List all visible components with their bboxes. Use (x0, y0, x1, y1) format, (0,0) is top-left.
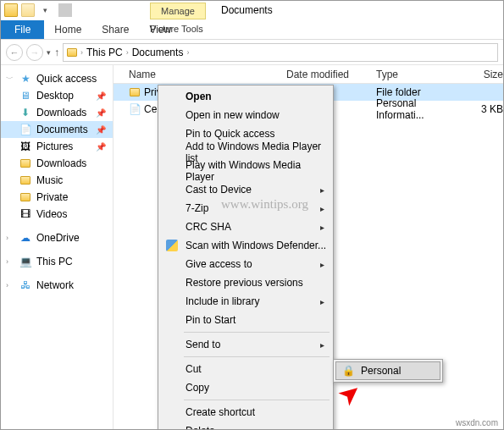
forward-button[interactable]: → (26, 44, 43, 61)
chevron-right-icon: › (186, 48, 189, 57)
ctx-create-shortcut[interactable]: Create shortcut (160, 403, 331, 422)
navigation-pane: ﹀★Quick access 🖥Desktop📌 ⬇Downloads📌 📄Do… (1, 65, 114, 429)
sidebar-label: Network (36, 279, 74, 291)
sidebar-item-music[interactable]: Music (1, 172, 113, 189)
shield-icon (165, 239, 179, 252)
ctx-label: 7-Zip (186, 202, 208, 214)
ctx-label: Personal (361, 365, 401, 377)
chevron-right-icon: ▸ (320, 260, 324, 269)
sidebar-label: Downloads (36, 157, 86, 169)
column-name[interactable]: Name (129, 69, 286, 80)
pin-icon: 📌 (96, 142, 106, 152)
ctx-pin-start[interactable]: Pin to Start (160, 311, 331, 329)
sidebar-label: Pictures (36, 141, 73, 152)
ctx-include-library[interactable]: Include in library▸ (160, 292, 331, 311)
folder-icon (67, 48, 77, 57)
ctx-send-to[interactable]: Send to▸ (160, 335, 331, 354)
pin-icon: 📌 (96, 91, 106, 101)
ctx-give-access[interactable]: Give access to▸ (160, 255, 331, 273)
column-date[interactable]: Date modified (286, 69, 376, 80)
breadcrumb-documents[interactable]: Documents (132, 47, 184, 58)
divider (58, 3, 72, 17)
ctx-delete[interactable]: Delete (160, 422, 331, 430)
history-dropdown[interactable]: ▾ (47, 48, 51, 57)
back-button[interactable]: ← (6, 44, 23, 61)
ctx-label: Include in library (186, 295, 259, 307)
column-size[interactable]: Size (461, 69, 503, 80)
cell-type: File folder (376, 86, 461, 98)
sidebar-item-downloads[interactable]: ⬇Downloads📌 (1, 104, 113, 121)
separator (184, 400, 330, 400)
sidebar-label: Videos (36, 208, 67, 220)
sidebar-quick-access[interactable]: ﹀★Quick access (1, 70, 113, 87)
chevron-right-icon: ▸ (320, 340, 324, 350)
pin-icon: 📌 (96, 108, 106, 118)
sidebar-item-pictures[interactable]: 🖼Pictures📌 (1, 138, 113, 155)
up-button[interactable]: ↑ (54, 47, 59, 58)
ctx-label: Scan with Windows Defender... (186, 240, 326, 251)
ctx-wmp-play[interactable]: Play with Windows Media Player (160, 162, 331, 180)
chevron-right-icon: › (126, 48, 129, 57)
qat-item[interactable] (21, 3, 35, 17)
sidebar-thispc[interactable]: ›💻This PC (1, 253, 113, 270)
ctx-restore[interactable]: Restore previous versions (160, 273, 331, 292)
sidebar-label: Music (36, 174, 63, 186)
tab-picture-tools[interactable]: Picture Tools (150, 24, 203, 34)
ctx-7zip[interactable]: 7-Zip▸ (160, 199, 331, 218)
sidebar-label: OneDrive (36, 232, 80, 244)
ctx-open-new-window[interactable]: Open in new window (160, 106, 331, 124)
sidebar-label: Downloads (36, 107, 86, 119)
sidebar-item-downloads2[interactable]: Downloads (1, 155, 113, 172)
chevron-right-icon: ▸ (320, 223, 324, 232)
sidebar-item-videos[interactable]: 🎞Videos (1, 206, 113, 223)
context-menu: Open Open in new window Pin to Quick acc… (158, 85, 334, 430)
sidebar-network[interactable]: ›🖧Network (1, 277, 113, 294)
sidebar-item-documents[interactable]: 📄Documents📌 (1, 121, 113, 138)
sidebar-label: This PC (36, 256, 73, 267)
window-title: Documents (221, 4, 273, 16)
ctx-open[interactable]: Open (160, 87, 331, 106)
separator (184, 332, 330, 333)
sidebar-label: Private (36, 191, 68, 203)
column-type[interactable]: Type (376, 69, 461, 80)
contextual-tab-manage[interactable]: Manage (150, 3, 206, 19)
cert-icon: 📄 (129, 103, 141, 115)
tab-share[interactable]: Share (91, 20, 139, 39)
folder-icon (129, 86, 141, 98)
submenu-personal[interactable]: 🔒Personal (335, 361, 440, 380)
folder-icon (4, 3, 18, 17)
ctx-cast[interactable]: Cast to Device▸ (160, 180, 331, 199)
sidebar-label: Quick access (36, 73, 97, 85)
tab-home[interactable]: Home (44, 20, 91, 39)
ctx-defender[interactable]: Scan with Windows Defender... (160, 236, 331, 255)
ctx-label: CRC SHA (186, 221, 231, 233)
sidebar-label: Documents (36, 124, 88, 135)
sidebar-item-private[interactable]: Private (1, 189, 113, 206)
ctx-crc[interactable]: CRC SHA▸ (160, 218, 331, 236)
sidebar-onedrive[interactable]: ›☁OneDrive (1, 229, 113, 246)
lock-icon: 🔒 (341, 364, 355, 378)
separator (184, 356, 330, 357)
qat-dropdown[interactable]: ▾ (38, 3, 52, 17)
sidebar-label: Desktop (36, 90, 74, 102)
address-bar[interactable]: › This PC › Documents › (63, 43, 498, 62)
chevron-right-icon: ▸ (320, 185, 324, 195)
chevron-right-icon: › (80, 48, 83, 57)
ctx-label: Cast to Device (186, 184, 252, 196)
submenu-file-ownership: 🔒Personal (333, 359, 443, 383)
chevron-right-icon: ▸ (320, 204, 324, 213)
cell-type: Personal Informati... (376, 97, 461, 121)
ctx-cut[interactable]: Cut (160, 360, 331, 378)
breadcrumb-thispc[interactable]: This PC (86, 47, 123, 58)
ctx-label: Give access to (186, 258, 252, 270)
footer-credit: wsxdn.com (456, 418, 498, 427)
ctx-copy[interactable]: Copy (160, 378, 331, 397)
tab-file[interactable]: File (1, 20, 44, 39)
pin-icon: 📌 (96, 125, 106, 135)
ctx-label: Send to (186, 339, 220, 350)
cell-size: 3 KB (461, 103, 503, 115)
chevron-right-icon: ▸ (320, 297, 324, 306)
sidebar-item-desktop[interactable]: 🖥Desktop📌 (1, 87, 113, 104)
